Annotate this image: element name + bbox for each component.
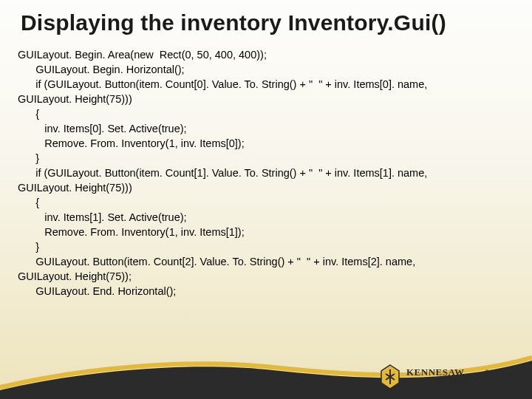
- code-line: GUILayout. Height(75))): [18, 180, 514, 195]
- svg-text:®: ®: [485, 369, 489, 375]
- code-line: inv. Items[0]. Set. Active(true);: [18, 121, 514, 136]
- code-line: GUILayout. Begin. Horizontal();: [18, 62, 514, 77]
- code-line: GUILayout. Height(75));: [18, 269, 514, 284]
- code-line: {: [18, 195, 514, 210]
- code-line: if (GUILayout. Button(item. Count[1]. Va…: [18, 166, 514, 180]
- slide: Displaying the inventory Inventory.Gui()…: [0, 0, 532, 399]
- code-line: inv. Items[1]. Set. Active(true);: [18, 210, 514, 225]
- footer-decoration: [0, 347, 532, 399]
- code-line: Remove. From. Inventory(1, inv. Items[1]…: [18, 225, 514, 239]
- code-line: GUILayout. End. Horizontal();: [18, 284, 514, 299]
- code-line: GUILayout. Button(item. Count[2]. Value.…: [18, 254, 514, 269]
- page-number: 1-6: [501, 371, 516, 383]
- code-line: GUILayout. Height(75))): [18, 92, 514, 106]
- code-line: }: [18, 239, 514, 254]
- code-line: Remove. From. Inventory(1, inv. Items[0]…: [18, 136, 514, 151]
- code-body: GUILayout. Begin. Area(new Rect(0, 50, 4…: [18, 47, 514, 299]
- code-line: }: [18, 151, 514, 166]
- logo-text-top: KENNESAW: [406, 366, 464, 378]
- code-line: {: [18, 106, 514, 121]
- code-line: GUILayout. Begin. Area(new Rect(0, 50, 4…: [18, 47, 514, 62]
- logo-text-bottom: STATE UNIVERSITY: [406, 379, 482, 387]
- slide-title: Displaying the inventory Inventory.Gui(): [21, 10, 517, 35]
- code-line: if (GUILayout. Button(item. Count[0]. Va…: [18, 77, 514, 92]
- kennesaw-logo: KENNESAW STATE UNIVERSITY ®: [374, 362, 492, 395]
